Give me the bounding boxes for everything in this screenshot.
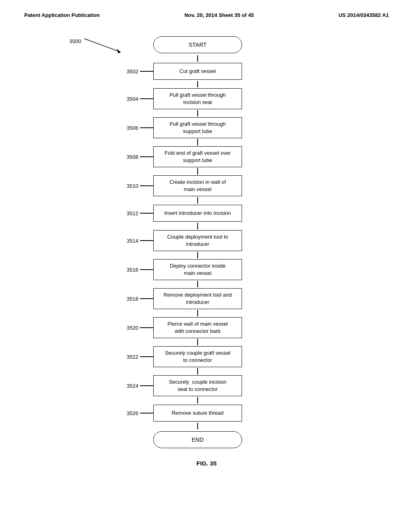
box-3506: Pull graft vessel throughsupport tube [153, 117, 242, 138]
line-after-start [118, 55, 263, 62]
node-3510: 3510 Create incision in wall ofmain vess… [118, 175, 263, 197]
box-3502: Cut graft vessel [153, 63, 242, 80]
label-3514: 3514 [118, 238, 140, 244]
line-after-3506 [118, 139, 263, 145]
node-3520: 3520 Pierce wall of main vesselwith conn… [118, 316, 263, 339]
node-3516: 3516 Deploy connector insidemain vessel [118, 258, 263, 281]
line-after-3520 [118, 339, 263, 345]
node-3512: 3512 Insert introducer into incision [118, 204, 263, 223]
label-3524: 3524 [118, 383, 140, 389]
label-3526: 3526 [118, 410, 140, 416]
box-3504: Pull graft vessel throughincision seal [153, 88, 242, 109]
line-after-3516 [118, 281, 263, 287]
line-after-3514 [118, 252, 263, 258]
node-3508: 3508 Fold end of graft vessel oversuppor… [118, 145, 263, 168]
box-3520: Pierce wall of main vesselwith connector… [153, 317, 242, 338]
node-3514: 3514 Couple deployment tool tointroducer [118, 229, 263, 252]
box-3512: Insert introducer into incision [153, 205, 242, 222]
line-after-3524 [118, 397, 263, 403]
label-3522: 3522 [118, 354, 140, 360]
box-3516: Deploy connector insidemain vessel [153, 259, 242, 280]
label-3512: 3512 [118, 210, 140, 216]
svg-line-0 [84, 39, 121, 52]
line-after-3502 [118, 81, 263, 87]
label-3516: 3516 [118, 267, 140, 273]
box-3510: Create incision in wall ofmain vessel [153, 175, 242, 196]
label-3502: 3502 [118, 69, 140, 75]
label-3508: 3508 [118, 154, 140, 160]
header-left: Patent Application Publication [24, 12, 100, 18]
label-3506: 3506 [118, 125, 140, 131]
box-3518: Remove deployment tool andintroducer [153, 288, 242, 309]
node-3526: 3526 Remove suture thread [118, 403, 263, 423]
end-box: END [153, 431, 242, 448]
node-3502: 3502 Cut graft vessel [118, 62, 263, 81]
label-3518: 3518 [118, 296, 140, 302]
label-3510: 3510 [118, 183, 140, 189]
diagram-label-3500: 3500 [69, 38, 81, 44]
line-after-3522 [118, 368, 263, 374]
node-3518: 3518 Remove deployment tool andintroduce… [118, 287, 263, 310]
line-after-3512 [118, 223, 263, 229]
label-3504: 3504 [118, 96, 140, 102]
box-3524: Securely couple incisionseal to connecto… [153, 375, 242, 396]
figure-label: FIG. 35 [196, 460, 217, 467]
line-after-3504 [118, 110, 263, 116]
line-after-3508 [118, 168, 263, 175]
page: Patent Application Publication Nov. 20, … [0, 0, 413, 532]
line-after-3518 [118, 310, 263, 316]
box-3514: Couple deployment tool tointroducer [153, 230, 242, 251]
box-3522: Securely couple graft vesselto connector [153, 346, 242, 367]
node-start: START [118, 34, 263, 55]
node-3504: 3504 Pull graft vessel throughincision s… [118, 87, 263, 110]
label-3520: 3520 [118, 325, 140, 331]
header-middle: Nov. 20, 2014 Sheet 35 of 45 [184, 12, 254, 18]
box-3526: Remove suture thread [153, 405, 242, 422]
node-3524: 3524 Securely couple incisionseal to con… [118, 374, 263, 397]
header: Patent Application Publication Nov. 20, … [0, 8, 413, 22]
node-end: END [118, 429, 263, 450]
flowchart: 3500 START [0, 34, 413, 467]
box-3508: Fold end of graft vessel oversupport tub… [153, 146, 242, 167]
start-box: START [153, 36, 242, 53]
node-3506: 3506 Pull graft vessel throughsupport tu… [118, 116, 263, 139]
header-right: US 2014/0343582 A1 [338, 12, 389, 18]
line-after-3526 [118, 423, 263, 429]
line-after-3510 [118, 197, 263, 204]
node-3522: 3522 Securely couple graft vesselto conn… [118, 345, 263, 368]
